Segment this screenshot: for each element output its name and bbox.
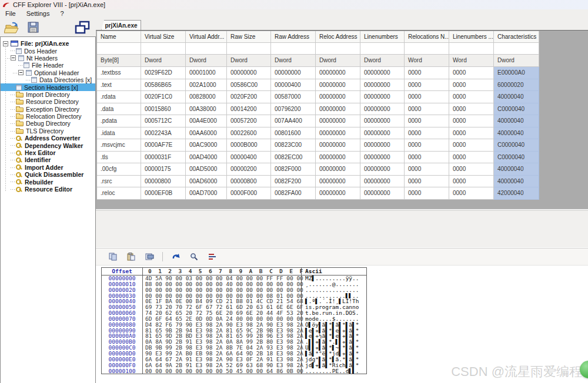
cell-linenumbers-number[interactable]: 0000 [449, 67, 494, 79]
cell-relocations-number[interactable]: 0000 [405, 91, 449, 103]
cell-raw-address[interactable]: 00823C00 [271, 139, 316, 152]
cell-virtual-size[interactable]: 0002243A [141, 127, 186, 140]
save-file-button[interactable] [24, 19, 42, 36]
column-header[interactable]: Virtual Addr... [186, 31, 227, 43]
hex-ascii[interactable]: ▌.º▌.´.Í!¸▌LÍ!Th [302, 298, 366, 304]
cell-virtual-address[interactable]: 00A4E000 [186, 115, 227, 127]
column-header[interactable]: Characteristics [494, 31, 539, 43]
tree-expander-icon[interactable] [18, 70, 24, 75]
cell-virtual-size[interactable]: 00586B65 [141, 79, 186, 92]
column-header[interactable]: Raw Address [271, 31, 316, 43]
cell-relocations-number[interactable]: 0000 [405, 79, 449, 92]
sidebar-item[interactable]: Data Directories [x] [1, 76, 95, 83]
cell-name[interactable]: .00cfg [97, 163, 141, 176]
cell-virtual-address[interactable]: 00AD6000 [186, 176, 227, 188]
hex-ascii[interactable]: jd▌+▌ã▌*Rich▌ã▌* [302, 362, 366, 368]
hex-ascii[interactable]: ▌ã▌*°ë▌*jd▌+▌ã▌* [302, 351, 366, 357]
cell-virtual-size[interactable]: 0020F1C0 [141, 91, 186, 103]
cell-linenumbers[interactable]: 00000000 [360, 67, 405, 79]
cell-raw-size[interactable]: 00000200 [227, 163, 271, 176]
hex-ascii[interactable]: Ô▌öy▌ã▌*▌ã▌*▌ã▌* [302, 322, 366, 328]
cell-name[interactable]: .idata [97, 127, 141, 140]
sidebar-item[interactable]: Exception Directory [1, 106, 95, 113]
cell-linenumbers[interactable]: 00000000 [360, 176, 405, 188]
menu-item[interactable]: File [0, 9, 21, 18]
cell-reloc-address[interactable]: 00000000 [316, 91, 360, 103]
cell-virtual-address[interactable]: 00AC9000 [186, 139, 227, 152]
column-header[interactable]: Virtual Size [141, 31, 186, 43]
cell-raw-size[interactable]: 00000000 [227, 67, 271, 79]
sidebar-item[interactable]: Identifier [1, 156, 95, 163]
menu-item[interactable]: Settings [21, 9, 55, 18]
cell-linenumbers-number[interactable]: 0000 [449, 127, 494, 140]
sidebar-item[interactable]: Dependency Walker [1, 142, 95, 149]
cell-raw-size[interactable]: 00586C00 [227, 79, 271, 92]
sidebar-item[interactable]: Address Converter [1, 135, 95, 142]
hex-ascii[interactable]: ¸.......@....... [302, 281, 366, 287]
cell-linenumbers[interactable]: 00000000 [360, 139, 405, 152]
cell-name[interactable]: .text [97, 79, 141, 92]
sidebar-item[interactable]: Nt Headers [1, 55, 95, 62]
cell-virtual-address[interactable]: 00A38000 [186, 103, 227, 116]
cell-raw-size[interactable]: 0000B000 [227, 139, 271, 152]
column-header[interactable]: Relocations N... [405, 31, 449, 43]
tree-expander-icon[interactable] [11, 55, 16, 61]
cell-characteristics[interactable]: 60000020 [494, 79, 539, 92]
cell-virtual-size[interactable]: 0005712C [141, 115, 186, 127]
cell-reloc-address[interactable]: 00000000 [316, 163, 360, 176]
hex-ascii[interactable]: MZ▌.........ÿÿ.. [302, 276, 366, 281]
cell-virtual-size[interactable]: 0000031F [141, 152, 186, 164]
cell-raw-size[interactable]: 0000F000 [227, 187, 271, 200]
goto-offset-button[interactable] [171, 251, 181, 262]
cell-virtual-address[interactable]: 00001000 [186, 67, 227, 79]
hex-ascii[interactable]: .▌▌+▌ã▌*.▌▌+▌ã▌* [302, 339, 366, 345]
cell-relocations-number[interactable]: 0000 [405, 163, 449, 176]
cell-linenumbers[interactable]: 00000000 [360, 187, 405, 200]
cell-name[interactable]: .rsrc [97, 176, 141, 188]
cell-raw-size[interactable]: 00000800 [227, 176, 271, 188]
cell-raw-size[interactable]: 00014200 [227, 103, 271, 116]
sidebar-item[interactable]: TLS Directory [1, 127, 95, 135]
fill-selection-button[interactable] [144, 251, 155, 262]
sidebar-item[interactable]: Import Adder [1, 164, 95, 171]
cell-characteristics[interactable]: 40000040 [494, 127, 539, 140]
cell-raw-address[interactable]: 00801600 [271, 127, 316, 140]
column-header[interactable]: Linenumbers ... [449, 31, 494, 43]
hex-ascii[interactable]: ........PE..d▌▌. [302, 368, 366, 374]
sidebar-item[interactable]: Resource Editor [1, 186, 95, 193]
column-header[interactable]: Name [97, 31, 141, 43]
sidebar-item[interactable]: Import Directory [1, 91, 95, 98]
cell-linenumbers-number[interactable]: 0000 [449, 176, 494, 188]
cell-relocations-number[interactable]: 0000 [405, 176, 449, 188]
cell-relocations-number[interactable]: 0000 [405, 127, 449, 140]
cell-linenumbers[interactable]: 00000000 [360, 91, 405, 103]
tree-expander-icon[interactable] [3, 41, 8, 46]
cell-relocations-number[interactable]: 0000 [405, 187, 449, 200]
paste-button[interactable] [126, 251, 136, 262]
cell-reloc-address[interactable]: 00000000 [316, 127, 360, 140]
cell-raw-address[interactable]: 0082F200 [271, 176, 316, 188]
sidebar-item[interactable]: Resource Directory [1, 98, 95, 105]
sidebar-item[interactable]: Hex Editor [1, 149, 95, 156]
cell-raw-size[interactable]: 0020F200 [227, 91, 271, 103]
cell-virtual-size[interactable]: 0029F62D [141, 67, 186, 79]
cell-linenumbers[interactable]: 00000000 [360, 152, 405, 164]
column-header[interactable]: Reloc Address [316, 31, 360, 43]
sidebar-item[interactable]: Section Headers [x] [1, 83, 95, 90]
cell-relocations-number[interactable]: 0000 [405, 115, 449, 127]
hex-offset[interactable]: 00000100 [102, 368, 143, 374]
cell-virtual-address[interactable]: 00AA6000 [186, 127, 227, 140]
file-tab[interactable]: prjXiAn.exe [101, 20, 141, 31]
cell-reloc-address[interactable]: 00000000 [316, 103, 360, 116]
sidebar-item[interactable]: Optional Header [1, 69, 95, 76]
cell-raw-address[interactable]: 0082EC00 [271, 152, 316, 164]
cell-name[interactable]: .data [97, 103, 141, 116]
cell-raw-address[interactable]: 007AA400 [271, 115, 316, 127]
cell-linenumbers-number[interactable]: 0000 [449, 163, 494, 176]
cell-virtual-size[interactable]: 0000EF0B [141, 187, 186, 200]
hex-ascii[interactable]: t.be.run.in.DOS. [302, 310, 366, 316]
cell-relocations-number[interactable]: 0000 [405, 103, 449, 116]
cell-relocations-number[interactable]: 0000 [405, 152, 449, 164]
hex-ascii[interactable]: mode....$....... [302, 316, 366, 322]
hex-ascii[interactable]: ▌e▌+▌ã▌*▌e▌+▌ã▌* [302, 328, 366, 334]
